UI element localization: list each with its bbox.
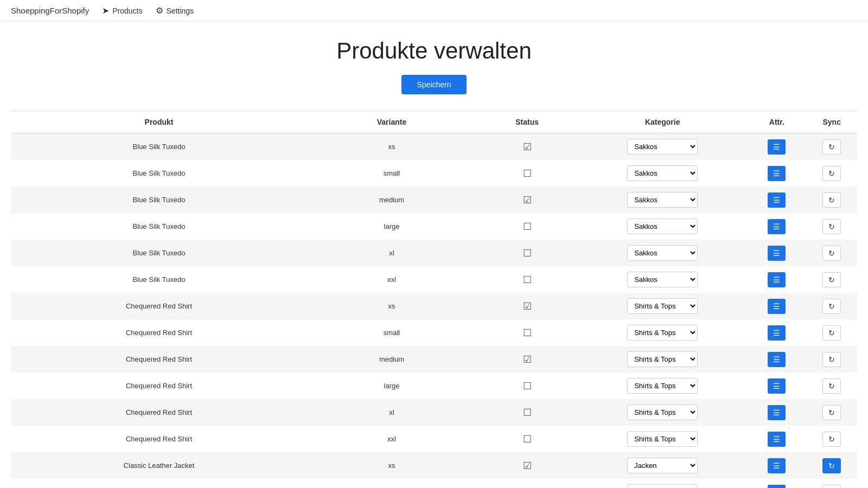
cell-attr[interactable]: ☰ xyxy=(747,213,806,240)
sync-button[interactable]: ↻ xyxy=(822,485,841,489)
attr-button[interactable]: ☰ xyxy=(768,166,786,181)
cell-category[interactable]: SakkosShirts & TopsJackenHosenSchuhe xyxy=(578,293,747,319)
category-select[interactable]: SakkosShirts & TopsJackenHosenSchuhe xyxy=(627,458,698,473)
sync-button[interactable]: ↻ xyxy=(822,299,841,314)
cell-attr[interactable]: ☰ xyxy=(747,266,806,293)
cell-attr[interactable]: ☰ xyxy=(747,426,806,452)
cell-category[interactable]: SakkosShirts & TopsJackenHosenSchuhe xyxy=(578,346,747,373)
cell-attr[interactable]: ☰ xyxy=(747,346,806,373)
sync-button[interactable]: ↻ xyxy=(822,139,841,155)
sync-button[interactable]: ↻ xyxy=(822,458,841,473)
attr-button[interactable]: ☰ xyxy=(768,272,786,287)
cell-category[interactable]: SakkosShirts & TopsJackenHosenSchuhe xyxy=(578,266,747,293)
cell-sync[interactable]: ↻ xyxy=(806,399,857,426)
category-select[interactable]: SakkosShirts & TopsJackenHosenSchuhe xyxy=(627,484,698,488)
cell-status[interactable]: ☐ xyxy=(476,399,578,426)
cell-attr[interactable]: ☰ xyxy=(747,187,806,213)
attr-button[interactable]: ☰ xyxy=(768,458,786,473)
sync-button[interactable]: ↻ xyxy=(822,272,841,287)
attr-button[interactable]: ☰ xyxy=(768,325,786,341)
cell-category[interactable]: SakkosShirts & TopsJackenHosenSchuhe xyxy=(578,213,747,240)
attr-button[interactable]: ☰ xyxy=(768,485,786,489)
cell-status[interactable]: ☐ xyxy=(476,213,578,240)
category-select[interactable]: SakkosShirts & TopsJackenHosenSchuhe xyxy=(627,298,698,314)
attr-button[interactable]: ☰ xyxy=(768,192,786,208)
category-select[interactable]: SakkosShirts & TopsJackenHosenSchuhe xyxy=(627,192,698,208)
cell-status[interactable]: ☐ xyxy=(476,240,578,266)
cell-attr[interactable]: ☰ xyxy=(747,452,806,479)
attr-button[interactable]: ☰ xyxy=(768,378,786,394)
sync-button[interactable]: ↻ xyxy=(822,405,841,420)
cell-attr[interactable]: ☰ xyxy=(747,373,806,399)
cell-category[interactable]: SakkosShirts & TopsJackenHosenSchuhe xyxy=(578,319,747,346)
cell-status[interactable]: ☐ xyxy=(476,373,578,399)
category-select[interactable]: SakkosShirts & TopsJackenHosenSchuhe xyxy=(627,272,698,287)
cell-status[interactable]: ☐ xyxy=(476,426,578,452)
attr-button[interactable]: ☰ xyxy=(768,405,786,420)
attr-button[interactable]: ☰ xyxy=(768,139,786,155)
cell-status[interactable]: ☑ xyxy=(476,133,578,160)
sync-button[interactable]: ↻ xyxy=(822,378,841,394)
sync-button[interactable]: ↻ xyxy=(822,192,841,208)
sync-button[interactable]: ↻ xyxy=(822,432,841,447)
sync-button[interactable]: ↻ xyxy=(822,352,841,367)
attr-button[interactable]: ☰ xyxy=(768,299,786,314)
cell-sync[interactable]: ↻ xyxy=(806,426,857,452)
cell-status[interactable]: ☑ xyxy=(476,452,578,479)
save-button[interactable]: Speichern xyxy=(401,75,466,94)
attr-button[interactable]: ☰ xyxy=(768,219,786,234)
category-select[interactable]: SakkosShirts & TopsJackenHosenSchuhe xyxy=(627,245,698,261)
attr-button[interactable]: ☰ xyxy=(768,246,786,261)
cell-sync[interactable]: ↻ xyxy=(806,266,857,293)
sync-button[interactable]: ↻ xyxy=(822,166,841,181)
cell-status[interactable]: ☐ xyxy=(476,160,578,187)
cell-sync[interactable]: ↻ xyxy=(806,240,857,266)
sync-button[interactable]: ↻ xyxy=(822,246,841,261)
cell-category[interactable]: SakkosShirts & TopsJackenHosenSchuhe xyxy=(578,452,747,479)
attr-button[interactable]: ☰ xyxy=(768,432,786,447)
cell-sync[interactable]: ↻ xyxy=(806,187,857,213)
category-select[interactable]: SakkosShirts & TopsJackenHosenSchuhe xyxy=(627,431,698,447)
cell-status[interactable]: ☑ xyxy=(476,187,578,213)
cell-category[interactable]: SakkosShirts & TopsJackenHosenSchuhe xyxy=(578,160,747,187)
cell-sync[interactable]: ↻ xyxy=(806,319,857,346)
cell-status[interactable]: ☑ xyxy=(476,346,578,373)
cell-sync[interactable]: ↻ xyxy=(806,293,857,319)
sync-button[interactable]: ↻ xyxy=(822,219,841,234)
nav-products[interactable]: ➤ Products xyxy=(102,5,142,16)
cell-status[interactable]: ☐ xyxy=(476,319,578,346)
cell-attr[interactable]: ☰ xyxy=(747,133,806,160)
cell-category[interactable]: SakkosShirts & TopsJackenHosenSchuhe xyxy=(578,240,747,266)
nav-settings[interactable]: ⚙ Settings xyxy=(156,5,194,16)
category-select[interactable]: SakkosShirts & TopsJackenHosenSchuhe xyxy=(627,351,698,367)
cell-status[interactable]: ☐ xyxy=(476,266,578,293)
cell-status[interactable]: ☐ xyxy=(476,479,578,488)
cell-sync[interactable]: ↻ xyxy=(806,479,857,488)
cell-category[interactable]: SakkosShirts & TopsJackenHosenSchuhe xyxy=(578,133,747,160)
cell-category[interactable]: SakkosShirts & TopsJackenHosenSchuhe xyxy=(578,426,747,452)
attr-button[interactable]: ☰ xyxy=(768,352,786,367)
category-select[interactable]: SakkosShirts & TopsJackenHosenSchuhe xyxy=(627,139,698,155)
category-select[interactable]: SakkosShirts & TopsJackenHosenSchuhe xyxy=(627,378,698,394)
cell-sync[interactable]: ↻ xyxy=(806,160,857,187)
cell-sync[interactable]: ↻ xyxy=(806,452,857,479)
cell-sync[interactable]: ↻ xyxy=(806,373,857,399)
cell-attr[interactable]: ☰ xyxy=(747,293,806,319)
cell-status[interactable]: ☑ xyxy=(476,293,578,319)
cell-category[interactable]: SakkosShirts & TopsJackenHosenSchuhe xyxy=(578,399,747,426)
cell-sync[interactable]: ↻ xyxy=(806,133,857,160)
category-select[interactable]: SakkosShirts & TopsJackenHosenSchuhe xyxy=(627,325,698,341)
category-select[interactable]: SakkosShirts & TopsJackenHosenSchuhe xyxy=(627,404,698,420)
cell-sync[interactable]: ↻ xyxy=(806,213,857,240)
cell-attr[interactable]: ☰ xyxy=(747,160,806,187)
cell-category[interactable]: SakkosShirts & TopsJackenHosenSchuhe xyxy=(578,187,747,213)
cell-attr[interactable]: ☰ xyxy=(747,319,806,346)
cell-attr[interactable]: ☰ xyxy=(747,240,806,266)
cell-attr[interactable]: ☰ xyxy=(747,479,806,488)
cell-attr[interactable]: ☰ xyxy=(747,399,806,426)
sync-button[interactable]: ↻ xyxy=(822,325,841,341)
cell-category[interactable]: SakkosShirts & TopsJackenHosenSchuhe xyxy=(578,479,747,488)
category-select[interactable]: SakkosShirts & TopsJackenHosenSchuhe xyxy=(627,165,698,181)
category-select[interactable]: SakkosShirts & TopsJackenHosenSchuhe xyxy=(627,219,698,234)
cell-category[interactable]: SakkosShirts & TopsJackenHosenSchuhe xyxy=(578,373,747,399)
